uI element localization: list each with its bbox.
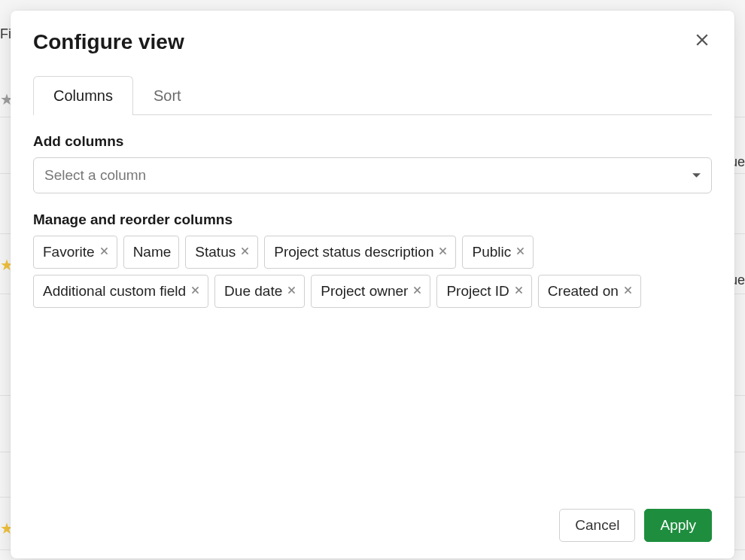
- close-icon: [623, 285, 633, 297]
- column-chip[interactable]: Project owner: [311, 275, 430, 308]
- column-chips: FavoriteNameStatusProject status descrip…: [33, 236, 712, 308]
- column-select[interactable]: Select a column: [33, 157, 712, 193]
- chip-remove-button[interactable]: [514, 285, 524, 297]
- column-chip[interactable]: Favorite: [33, 236, 117, 269]
- column-chip[interactable]: Additional custom field: [33, 275, 208, 308]
- chip-label: Status: [195, 244, 236, 260]
- column-select-wrap: Select a column: [33, 157, 712, 193]
- column-chip[interactable]: Created on: [538, 275, 641, 308]
- column-chip[interactable]: Name: [123, 236, 180, 269]
- close-icon: [695, 33, 709, 49]
- chip-remove-button[interactable]: [438, 246, 448, 258]
- configure-view-modal: Configure view Columns Sort Add columns …: [11, 11, 734, 558]
- chip-remove-button[interactable]: [287, 285, 296, 297]
- chip-remove-button[interactable]: [515, 246, 525, 258]
- chip-remove-button[interactable]: [190, 285, 200, 297]
- close-icon: [412, 285, 422, 297]
- cancel-button[interactable]: Cancel: [559, 509, 635, 542]
- close-icon: [438, 246, 448, 258]
- close-icon: [99, 246, 109, 258]
- chip-remove-button[interactable]: [412, 285, 422, 297]
- chip-remove-button[interactable]: [99, 246, 109, 258]
- chip-label: Favorite: [43, 244, 95, 260]
- chip-label: Project ID: [446, 283, 509, 300]
- column-chip[interactable]: Project ID: [436, 275, 531, 308]
- close-button[interactable]: [692, 30, 712, 52]
- modal-footer: Cancel Apply: [33, 509, 712, 542]
- column-chip[interactable]: Due date: [214, 275, 305, 308]
- manage-columns-label: Manage and reorder columns: [33, 212, 712, 228]
- close-icon: [240, 246, 250, 258]
- modal-header: Configure view: [33, 30, 712, 54]
- column-chip[interactable]: Project status description: [264, 236, 456, 269]
- add-columns-label: Add columns: [33, 133, 712, 150]
- tabs: Columns Sort: [33, 75, 712, 115]
- chip-remove-button[interactable]: [240, 246, 250, 258]
- chip-label: Name: [133, 244, 172, 260]
- chip-label: Created on: [548, 283, 619, 300]
- close-icon: [514, 285, 524, 297]
- column-chip[interactable]: Status: [185, 236, 258, 269]
- close-icon: [515, 246, 525, 258]
- chip-label: Project status description: [274, 244, 433, 260]
- modal-title: Configure view: [33, 30, 184, 54]
- close-icon: [287, 285, 296, 297]
- chip-label: Project owner: [321, 283, 408, 300]
- tab-columns[interactable]: Columns: [33, 76, 133, 115]
- chip-label: Additional custom field: [43, 283, 186, 300]
- chip-remove-button[interactable]: [623, 285, 633, 297]
- close-icon: [190, 285, 200, 297]
- tab-sort[interactable]: Sort: [133, 76, 202, 115]
- chip-label: Due date: [224, 283, 282, 300]
- column-chip[interactable]: Public: [462, 236, 534, 269]
- apply-button[interactable]: Apply: [644, 509, 712, 542]
- chip-label: Public: [472, 244, 511, 260]
